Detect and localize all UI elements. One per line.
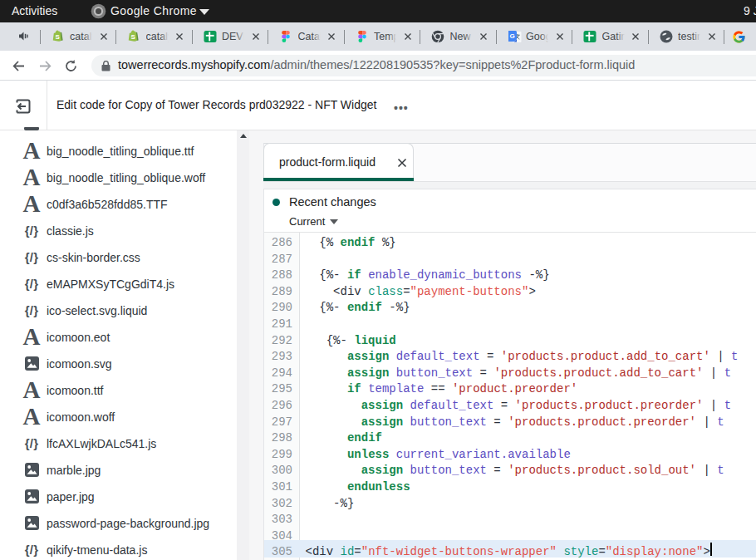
svg-text:S: S xyxy=(131,33,136,41)
svg-text:G: G xyxy=(509,32,514,40)
svg-text:S: S xyxy=(55,33,60,41)
